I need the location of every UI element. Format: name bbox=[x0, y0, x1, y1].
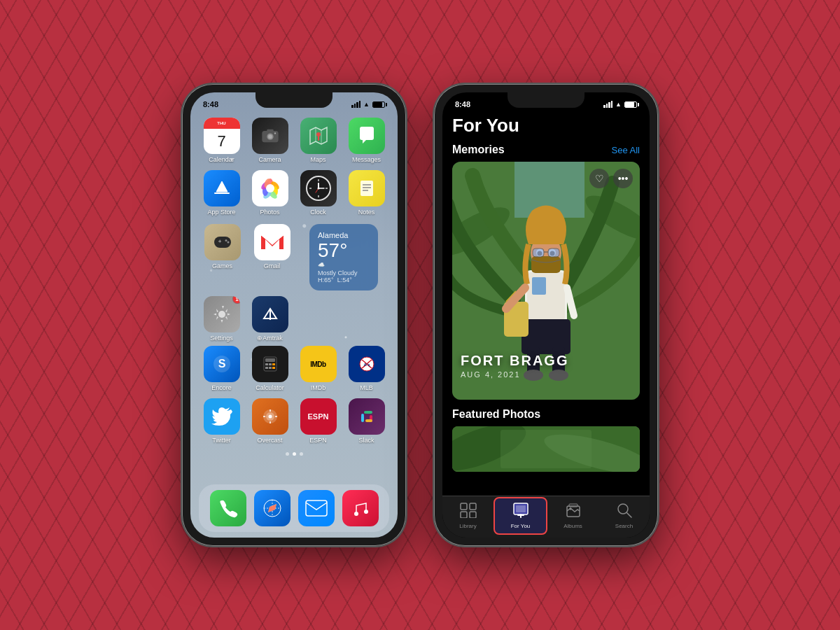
photos-status-icons: ▲ bbox=[603, 101, 637, 108]
battery-icon bbox=[372, 102, 385, 108]
app-appstore-label: App Store bbox=[207, 209, 235, 216]
gmail-icon bbox=[254, 224, 290, 260]
app-mlb[interactable]: A's MLB bbox=[345, 346, 388, 391]
app-gmail[interactable]: Gmail bbox=[250, 224, 294, 290]
signal-bar-1 bbox=[351, 105, 354, 108]
tab-albums[interactable]: Albums bbox=[547, 498, 598, 533]
page-dot-2 bbox=[293, 452, 296, 456]
tab-library[interactable]: Library bbox=[442, 498, 493, 533]
memory-title-overlay: FORT BRAGG AUG 4, 2021 bbox=[461, 353, 631, 379]
overcast-icon bbox=[252, 398, 288, 435]
app-games[interactable]: Games bbox=[200, 224, 244, 290]
featured-photos-header: Featured Photos bbox=[452, 408, 640, 421]
dock-music[interactable] bbox=[342, 490, 379, 526]
home-screen-bg: 8:48 ▲ bbox=[190, 92, 398, 538]
svg-text:A's: A's bbox=[363, 363, 370, 367]
dock-phone-icon bbox=[210, 490, 246, 526]
photos-app-screen: 8:48 ▲ bbox=[442, 92, 650, 538]
app-notes[interactable]: Notes bbox=[345, 170, 388, 216]
svg-rect-37 bbox=[265, 358, 275, 362]
app-photos[interactable]: Photos bbox=[248, 170, 291, 216]
app-appstore[interactable]: App Store bbox=[200, 170, 243, 216]
app-messages[interactable]: Messages bbox=[345, 118, 388, 163]
svg-rect-40 bbox=[272, 363, 275, 365]
app-amtrak[interactable]: ⊕Amtrak bbox=[248, 296, 291, 342]
weather-temp: 57° bbox=[318, 239, 370, 262]
battery-tip bbox=[386, 103, 388, 106]
empty-cell-1 bbox=[297, 296, 340, 342]
app-calculator-label: Calculator bbox=[255, 384, 284, 391]
dock-phone[interactable] bbox=[210, 490, 246, 526]
photos-signal-bar-2 bbox=[606, 104, 608, 108]
signal-icon bbox=[351, 101, 360, 108]
svg-line-110 bbox=[626, 512, 631, 517]
more-options-button[interactable]: ••• bbox=[613, 169, 633, 188]
status-time: 8:48 bbox=[203, 100, 218, 108]
photos-tab-bar: Library For You bbox=[442, 496, 650, 538]
app-slack[interactable]: Slack bbox=[345, 398, 388, 444]
settings-icon: 1 bbox=[204, 296, 240, 332]
imdb-icon: IMDb bbox=[300, 346, 337, 382]
app-row-4: 1 Settings ⊕Amtrak bbox=[190, 293, 398, 344]
app-overcast-label: Overcast bbox=[257, 437, 282, 444]
svg-rect-82 bbox=[531, 256, 561, 273]
featured-photos-label: Featured Photos bbox=[452, 408, 540, 421]
svg-rect-29 bbox=[219, 240, 220, 243]
tab-for-you[interactable]: For You bbox=[493, 497, 547, 535]
appstore-icon bbox=[204, 170, 240, 206]
app-calendar[interactable]: THU 7 Calendar bbox=[200, 118, 243, 163]
twitter-icon bbox=[204, 398, 240, 435]
featured-photo-thumb[interactable] bbox=[452, 426, 640, 472]
cal-date: 7 bbox=[204, 129, 240, 154]
see-all-button[interactable]: See All bbox=[612, 145, 640, 155]
phone-1: 8:48 ▲ bbox=[182, 84, 406, 546]
app-clock[interactable]: Clock bbox=[297, 170, 340, 216]
for-you-title: For You bbox=[452, 115, 640, 136]
app-maps[interactable]: Maps bbox=[297, 118, 340, 163]
svg-point-58 bbox=[364, 411, 367, 414]
calendar-icon: THU 7 bbox=[204, 118, 240, 154]
svg-point-108 bbox=[569, 507, 571, 510]
search-icon bbox=[617, 503, 632, 522]
app-slack-label: Slack bbox=[358, 437, 374, 444]
dock-safari-icon bbox=[254, 490, 290, 526]
albums-icon bbox=[565, 503, 582, 522]
app-shazam[interactable]: S Encore bbox=[200, 346, 243, 391]
dock-mail[interactable] bbox=[298, 490, 335, 526]
app-row-5: S Encore bbox=[190, 344, 398, 397]
app-espn[interactable]: ESPN ESPN bbox=[297, 398, 340, 444]
phone-2: 8:48 ▲ bbox=[434, 84, 658, 546]
svg-rect-103 bbox=[516, 505, 526, 512]
app-games-label: Games bbox=[212, 262, 232, 270]
app-twitter[interactable]: Twitter bbox=[200, 398, 243, 444]
app-overcast[interactable]: Overcast bbox=[248, 398, 291, 444]
battery-fill bbox=[373, 102, 382, 107]
svg-point-60 bbox=[367, 419, 370, 422]
svg-point-22 bbox=[317, 188, 319, 190]
app-settings[interactable]: 1 Settings bbox=[200, 296, 243, 342]
app-calculator[interactable]: Calculator bbox=[248, 346, 291, 391]
app-imdb[interactable]: IMDb IMDb bbox=[297, 346, 340, 391]
app-shazam-label: Encore bbox=[211, 384, 232, 391]
svg-point-32 bbox=[218, 311, 225, 318]
memory-card[interactable]: ♡ ••• FORT BRAGG AUG 4, 2021 bbox=[452, 162, 640, 400]
slack-icon bbox=[349, 398, 385, 435]
app-espn-label: ESPN bbox=[309, 437, 327, 444]
svg-rect-100 bbox=[461, 512, 467, 518]
tab-search[interactable]: Search bbox=[598, 498, 650, 533]
weather-widget[interactable]: Alameda 57° ☁️ Mostly Cloudy H:65° L:54° bbox=[309, 224, 378, 290]
espn-icon: ESPN bbox=[300, 398, 337, 435]
svg-rect-38 bbox=[265, 363, 268, 365]
app-gmail-label: Gmail bbox=[264, 262, 281, 270]
app-camera[interactable]: Camera bbox=[248, 118, 291, 163]
svg-rect-97 bbox=[500, 430, 592, 468]
signal-bar-2 bbox=[354, 104, 356, 108]
status-icons: ▲ bbox=[351, 101, 385, 108]
heart-button[interactable]: ♡ bbox=[589, 169, 609, 188]
espn-text: ESPN bbox=[308, 412, 329, 421]
photos-signal-bar-4 bbox=[611, 101, 613, 108]
svg-rect-41 bbox=[265, 367, 268, 369]
dock-safari[interactable] bbox=[254, 490, 290, 526]
library-icon bbox=[460, 503, 477, 522]
svg-rect-101 bbox=[470, 512, 476, 518]
